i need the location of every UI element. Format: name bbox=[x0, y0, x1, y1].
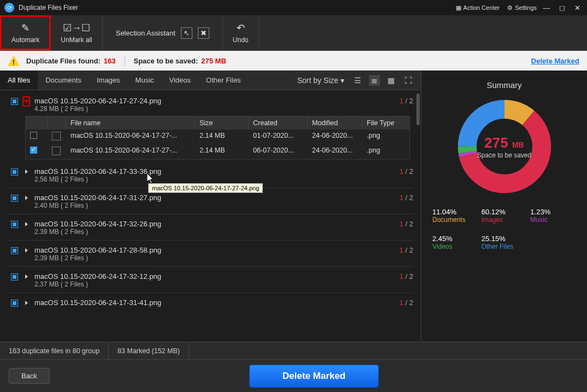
delete-marked-link[interactable]: Delete Marked bbox=[531, 57, 579, 65]
undo-button[interactable]: ↶ Undo bbox=[223, 15, 259, 50]
expand-toggle[interactable] bbox=[22, 273, 30, 280]
settings-button[interactable]: ⚙ Settings bbox=[507, 4, 537, 11]
expand-toggle[interactable] bbox=[22, 220, 30, 228]
delete-marked-button[interactable]: Delete Marked bbox=[249, 365, 379, 388]
group-name: macOS 10.15-2020-06-24-17-31-27.png bbox=[34, 194, 395, 202]
col-size[interactable]: Size bbox=[195, 116, 249, 130]
selection-assistant-label: Selection Assistant bbox=[116, 29, 175, 37]
file-type-icon bbox=[52, 147, 61, 155]
action-center-button[interactable]: ▦ Action Center bbox=[456, 4, 500, 11]
col-filetype[interactable]: File Type bbox=[362, 116, 409, 130]
undo-label: Undo bbox=[233, 36, 249, 44]
file-created: 01-07-2020... bbox=[249, 130, 308, 144]
unmark-all-button[interactable]: ☑→☐ UnMark all bbox=[51, 15, 102, 50]
fullscreen-icon[interactable]: ⛶ bbox=[402, 75, 414, 86]
group-count: 1 / 2 bbox=[400, 97, 413, 105]
warning-icon: ! bbox=[8, 55, 20, 66]
group-name: macOS 10.15-2020-06-24-17-32-12.png bbox=[34, 272, 395, 280]
expand-toggle[interactable] bbox=[22, 194, 30, 202]
group-count: 1 / 2 bbox=[400, 272, 413, 280]
space-value: 275 MB bbox=[201, 57, 226, 65]
found-value: 163 bbox=[104, 57, 116, 65]
file-list-panel: All files Documents Images Music Videos … bbox=[0, 71, 421, 342]
summary-panel: Summary 275 MB Space to be saved 11.04%D… bbox=[421, 71, 587, 342]
stat-item: 2.45%Videos bbox=[432, 235, 478, 250]
group-checkbox[interactable] bbox=[11, 195, 18, 202]
grid-icon: ▦ bbox=[456, 4, 461, 11]
expand-toggle[interactable] bbox=[22, 247, 30, 254]
group-row[interactable]: macOS 10.15-2020-06-24-17-27-24.png4.28 … bbox=[0, 92, 421, 116]
group-checkbox[interactable] bbox=[11, 221, 18, 228]
stat-percent: 60.12% bbox=[482, 208, 527, 216]
view-details-icon[interactable]: ≣ bbox=[369, 75, 380, 86]
view-list-icon[interactable]: ☰ bbox=[352, 75, 363, 86]
group-checkbox[interactable] bbox=[11, 98, 18, 105]
group-name: macOS 10.15-2020-06-24-17-31-41.png bbox=[34, 299, 395, 307]
col-modified[interactable]: Modified bbox=[308, 116, 362, 130]
group-subtitle: 2.37 MB ( 2 Files ) bbox=[34, 280, 395, 288]
stat-percent: 2.45% bbox=[432, 235, 478, 243]
group-name: macOS 10.15-2020-06-24-17-33-36.png bbox=[34, 167, 395, 175]
group-count: 1 / 2 bbox=[400, 299, 413, 307]
col-created[interactable]: Created bbox=[249, 116, 308, 130]
selection-assistant-button[interactable]: Selection Assistant ↖ ✖ bbox=[103, 15, 223, 50]
group-count: 1 / 2 bbox=[400, 220, 413, 228]
divider bbox=[125, 56, 125, 66]
group-row[interactable]: macOS 10.15-2020-06-24-17-32-12.png2.37 … bbox=[0, 268, 421, 291]
stat-label: Videos bbox=[432, 243, 478, 250]
view-grid-icon[interactable]: ▦ bbox=[385, 75, 397, 86]
tab-images[interactable]: Images bbox=[89, 71, 128, 90]
donut-value: 275 bbox=[484, 134, 508, 151]
stat-percent: 25.15% bbox=[482, 235, 527, 243]
wand-icon: ✎ bbox=[21, 22, 30, 34]
tab-all-files[interactable]: All files bbox=[0, 71, 38, 90]
stat-percent: 1.23% bbox=[530, 208, 576, 216]
stat-item: 11.04%Documents bbox=[432, 208, 478, 224]
expand-toggle[interactable] bbox=[22, 97, 30, 105]
file-checkbox[interactable] bbox=[30, 147, 37, 154]
found-label: Duplicate Files found: bbox=[26, 57, 101, 65]
automark-button[interactable]: ✎ Automark bbox=[0, 15, 51, 50]
group-name: macOS 10.15-2020-06-24-17-27-24.png bbox=[34, 97, 395, 105]
tab-documents[interactable]: Documents bbox=[38, 71, 89, 90]
file-type-icon bbox=[52, 132, 61, 141]
sort-dropdown[interactable]: Sort by Size ▾ bbox=[295, 75, 347, 86]
stat-percent: 11.04% bbox=[432, 208, 478, 216]
minimize-button[interactable]: — bbox=[541, 4, 552, 12]
summary-donut-chart: 275 MB Space to be saved bbox=[455, 97, 554, 196]
unmark-icon: ☑→☐ bbox=[63, 22, 90, 34]
svg-marker-4 bbox=[25, 222, 28, 226]
expand-toggle[interactable] bbox=[22, 168, 30, 175]
stat-item: 60.12%Images bbox=[482, 208, 527, 224]
file-modified: 24-06-2020... bbox=[308, 130, 362, 144]
file-row[interactable]: macOS 10.15-2020-06-24-17-27-...2.14 MB0… bbox=[26, 130, 409, 144]
group-checkbox[interactable] bbox=[11, 247, 18, 254]
stat-item: 25.15%Other Files bbox=[482, 235, 527, 250]
close-button[interactable]: ✕ bbox=[572, 4, 583, 12]
group-row[interactable]: macOS 10.15-2020-06-24-17-32-26.png2.39 … bbox=[0, 215, 421, 239]
file-size: 2.14 MB bbox=[195, 130, 249, 144]
group-row[interactable]: macOS 10.15-2020-06-24-17-31-41.png1 / 2 bbox=[0, 294, 421, 310]
donut-unit: MB bbox=[512, 141, 524, 149]
scrollbar-thumb[interactable] bbox=[416, 93, 420, 125]
group-row[interactable]: macOS 10.15-2020-06-24-17-28-58.png2.39 … bbox=[0, 242, 421, 265]
file-groups-list: macOS 10.15-2020-06-24-17-27-24.png4.28 … bbox=[0, 90, 421, 342]
maximize-button[interactable]: ◻ bbox=[556, 4, 567, 12]
tab-music[interactable]: Music bbox=[128, 71, 162, 90]
group-checkbox[interactable] bbox=[11, 300, 18, 307]
expand-toggle[interactable] bbox=[22, 299, 30, 307]
app-title: Duplicate Files Fixer bbox=[19, 4, 78, 11]
file-row[interactable]: macOS 10.15-2020-06-24-17-27-...2.14 MB0… bbox=[26, 144, 409, 159]
group-count: 1 / 2 bbox=[400, 167, 413, 175]
group-checkbox[interactable] bbox=[11, 273, 18, 280]
col-filename[interactable]: File name bbox=[66, 116, 195, 130]
group-checkbox[interactable] bbox=[11, 168, 18, 175]
tab-videos[interactable]: Videos bbox=[162, 71, 199, 90]
file-checkbox[interactable] bbox=[30, 132, 37, 139]
sort-label: Sort by Size bbox=[297, 76, 338, 85]
back-button[interactable]: Back bbox=[9, 368, 50, 384]
donut-subtitle: Space to be saved bbox=[477, 151, 531, 159]
gear-icon: ⚙ bbox=[507, 4, 513, 11]
info-bar: ! Duplicate Files found: 163 Space to be… bbox=[0, 51, 587, 71]
tab-other-files[interactable]: Other Files bbox=[198, 71, 249, 90]
